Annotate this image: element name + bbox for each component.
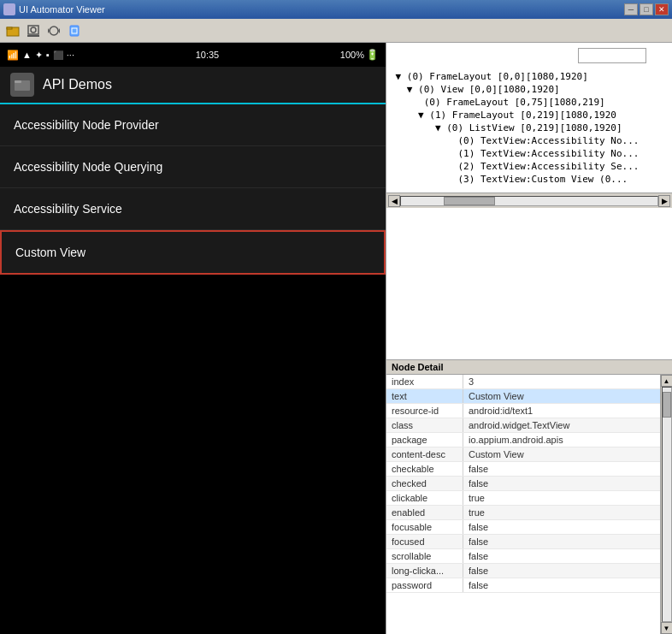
extra-icon2: ⬛: [53, 50, 63, 60]
tree-node-2[interactable]: (0) FrameLayout [0,75][1080,219]: [390, 96, 669, 109]
status-right: 100% 🔋: [340, 49, 379, 61]
detail-value: Custom View: [463, 447, 660, 461]
device-screen: 📶 ▲ ✦ ▪ ⬛ ··· 10:35 100% 🔋: [0, 43, 386, 634]
tree-node-0[interactable]: ▼ (0) FrameLayout [0,0][1080,1920]: [390, 70, 669, 83]
tree-node-3[interactable]: ▼ (1) FrameLayout [0,219][1080,1920: [390, 109, 669, 121]
title-bar-buttons: ─ □ ✕: [624, 3, 669, 15]
open-button[interactable]: [3, 21, 22, 40]
scroll-track-vertical[interactable]: [662, 387, 672, 622]
detail-row-class: classandroid.widget.TextView: [386, 418, 660, 433]
scroll-left-button[interactable]: ◀: [388, 195, 400, 207]
wifi-icon: 📶: [7, 50, 19, 61]
svg-rect-10: [15, 80, 21, 83]
detail-key: content-desc: [386, 447, 463, 461]
folder-app-icon: [14, 76, 31, 93]
detail-key: long-clicka...: [386, 564, 463, 578]
svg-point-3: [31, 27, 36, 33]
app-logo: [10, 73, 34, 97]
detail-value: android.widget.TextView: [463, 418, 660, 432]
detail-row-checked: checkedfalse: [386, 477, 660, 491]
title-bar-title: UI Automator Viewer: [19, 4, 105, 15]
node-detail-body: index3textCustom Viewresource-idandroid:…: [386, 375, 672, 634]
battery-icon: 🔋: [366, 49, 379, 61]
detail-row-text: textCustom View: [386, 389, 660, 404]
maximize-button[interactable]: □: [640, 3, 653, 15]
detail-value: false: [463, 535, 660, 548]
tree-scrollbar: ◀ ▶: [386, 193, 672, 208]
minimize-button[interactable]: ─: [624, 3, 638, 15]
tree-content: ▼ (0) FrameLayout [0,0][1080,1920] ▼ (0)…: [386, 43, 672, 193]
detail-value: Custom View: [463, 389, 660, 403]
scrollbar-thumb[interactable]: [444, 197, 495, 205]
detail-row-package: packageio.appium.android.apis: [386, 433, 660, 447]
dots-icon: ···: [67, 50, 74, 60]
detail-row-long-clicka...: long-clicka...false: [386, 564, 660, 578]
detail-key: checked: [386, 477, 463, 490]
scrollbar-track[interactable]: [400, 196, 658, 206]
tree-node-6[interactable]: (1) TextView:Accessibility No...: [390, 147, 669, 160]
scroll-right-button[interactable]: ▶: [658, 195, 670, 207]
detail-row-index: index3: [386, 375, 660, 389]
node-detail-panel: Node Detail index3textCustom Viewresourc…: [386, 360, 672, 634]
detail-row-enabled: enabledtrue: [386, 506, 660, 520]
detail-key: clickable: [386, 491, 463, 505]
scroll-up-button[interactable]: ▲: [661, 375, 673, 387]
svg-rect-4: [27, 35, 39, 37]
menu-item-accessibility-service[interactable]: Accessibility Service: [0, 188, 386, 230]
detail-value: true: [463, 491, 660, 505]
device-panel: 📶 ▲ ✦ ▪ ⬛ ··· 10:35 100% 🔋: [0, 43, 386, 634]
svg-rect-1: [7, 27, 12, 29]
tree-node-4[interactable]: ▼ (0) ListView [0,219][1080,1920]: [390, 121, 669, 134]
detail-row-resource-id: resource-idandroid:id/text1: [386, 404, 660, 418]
battery-pct: 100%: [340, 50, 364, 60]
node-detail-scroll: ▲ ▼: [660, 375, 672, 634]
capture-button[interactable]: [24, 21, 43, 40]
menu-list: Accessibility Node Provider Accessibilit…: [0, 104, 386, 275]
detail-key: resource-id: [386, 404, 463, 418]
right-panel: ▼ (0) FrameLayout [0,0][1080,1920] ▼ (0)…: [386, 43, 672, 634]
extra-icon1: ▪: [46, 50, 50, 60]
screenshot-icon: [68, 24, 81, 38]
capture-icon: [27, 24, 40, 38]
detail-row-password: passwordfalse: [386, 578, 660, 593]
close-button[interactable]: ✕: [655, 3, 669, 15]
toolbar: [0, 19, 672, 43]
app-title: API Demos: [43, 77, 112, 92]
detail-value: false: [463, 578, 660, 592]
detail-row-content-desc: content-descCustom View: [386, 447, 660, 462]
detail-value: false: [463, 477, 660, 490]
scroll-thumb-vertical[interactable]: [663, 392, 671, 418]
detail-key: index: [386, 375, 463, 388]
tree-search-input[interactable]: [578, 48, 646, 63]
bt-icon: ✦: [35, 50, 43, 61]
screenshot-button[interactable]: [65, 21, 84, 40]
detail-row-clickable: clickabletrue: [386, 491, 660, 506]
tree-node-7[interactable]: (2) TextView:Accessibility Se...: [390, 160, 669, 173]
detail-row-focused: focusedfalse: [386, 535, 660, 549]
detail-key: enabled: [386, 506, 463, 519]
scroll-down-button[interactable]: ▼: [661, 622, 673, 634]
detail-value: true: [463, 506, 660, 519]
status-left: 📶 ▲ ✦ ▪ ⬛ ···: [7, 50, 74, 61]
tree-node-8[interactable]: (3) TextView:Custom View (0...: [390, 173, 669, 186]
detail-value: io.appium.android.apis: [463, 433, 660, 447]
app-icon: [3, 3, 15, 15]
menu-item-accessibility-node-provider[interactable]: Accessibility Node Provider: [0, 104, 386, 146]
refresh-button[interactable]: [44, 21, 63, 40]
detail-key: package: [386, 433, 463, 447]
detail-key: class: [386, 418, 463, 432]
detail-key: scrollable: [386, 549, 463, 563]
menu-item-custom-view[interactable]: Custom View: [0, 230, 386, 275]
node-detail-header: Node Detail: [386, 360, 672, 375]
detail-value: false: [463, 549, 660, 563]
tree-panel: ▼ (0) FrameLayout [0,0][1080,1920] ▼ (0)…: [386, 43, 672, 360]
menu-item-accessibility-node-querying[interactable]: Accessibility Node Querying: [0, 146, 386, 188]
node-detail-table: index3textCustom Viewresource-idandroid:…: [386, 375, 660, 634]
tree-node-5[interactable]: (0) TextView:Accessibility No...: [390, 134, 669, 147]
status-time: 10:35: [196, 50, 220, 60]
tree-node-1[interactable]: ▼ (0) View [0,0][1080,1920]: [390, 83, 669, 96]
detail-key: text: [386, 389, 463, 403]
detail-value: false: [463, 564, 660, 578]
detail-row-focusable: focusablefalse: [386, 520, 660, 535]
detail-value: false: [463, 520, 660, 534]
